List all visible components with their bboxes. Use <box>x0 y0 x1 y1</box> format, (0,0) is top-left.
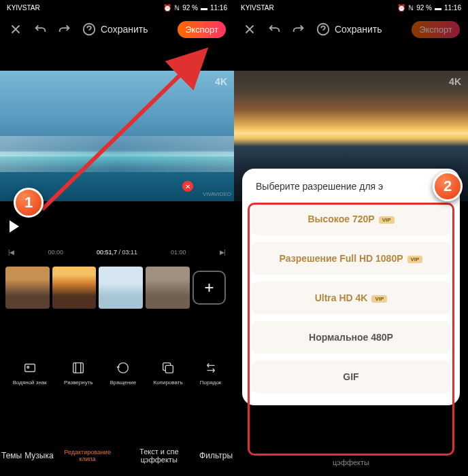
tool-watermark[interactable]: Водяной знак <box>13 360 47 386</box>
tab-music[interactable]: Музыка <box>23 448 54 463</box>
svg-rect-1 <box>24 364 35 372</box>
svg-rect-3 <box>73 363 84 373</box>
close-icon[interactable] <box>242 22 257 37</box>
clip-thumbnail[interactable] <box>146 267 190 309</box>
tool-order[interactable]: Порядок <box>200 360 222 386</box>
tool-row: Водяной знак Развернуть Вращение Копиров… <box>0 360 234 386</box>
redo-icon[interactable] <box>57 22 72 37</box>
resolution-gif[interactable]: GIF <box>252 360 450 393</box>
timeline-start: 00:00 <box>48 249 63 256</box>
status-bar: KYIVSTAR ⏰ℕ 92 % ▬ 11:16 <box>234 0 468 15</box>
tool-copy[interactable]: Копировать <box>154 360 183 386</box>
battery-label: 92 % <box>182 4 198 12</box>
tab-edit[interactable]: Редактирование клипа <box>55 446 120 465</box>
export-button[interactable]: Экспорт <box>178 21 226 38</box>
clip-strip[interactable]: + <box>0 265 234 310</box>
resolution-480p[interactable]: Нормальное 480P <box>252 321 450 354</box>
tool-rotate[interactable]: Вращение <box>110 360 137 386</box>
annotation-marker-2: 2 <box>433 171 463 201</box>
timeline-prev-icon[interactable]: |◀ <box>8 249 14 256</box>
alarm-icon: ⏰ <box>163 4 171 12</box>
watermark-label: VIVAVIDEO <box>203 191 231 197</box>
remove-watermark-icon[interactable]: ✕ <box>182 181 193 192</box>
clip-thumbnail[interactable] <box>52 267 97 309</box>
resolution-720p[interactable]: Высокое 720PVIP <box>252 203 450 235</box>
timeline-next-icon[interactable]: ▶| <box>220 249 226 256</box>
close-icon[interactable] <box>8 22 23 37</box>
add-clip-button[interactable]: + <box>193 271 226 305</box>
nfc-icon: ℕ <box>174 4 180 12</box>
clip-thumbnail[interactable] <box>5 267 50 309</box>
tool-expand[interactable]: Развернуть <box>64 360 93 386</box>
battery-icon: ▬ <box>201 4 207 12</box>
undo-icon[interactable] <box>267 22 282 37</box>
redo-icon[interactable] <box>291 22 306 37</box>
badge-4k: 4K <box>449 76 461 87</box>
clip-thumbnail[interactable] <box>99 267 143 309</box>
export-button[interactable]: Экспорт <box>412 21 460 38</box>
resolution-4k[interactable]: Ultra HD 4KVIP <box>252 282 450 314</box>
save-button[interactable]: Сохранить <box>335 24 382 35</box>
screenshot-right: KYIVSTAR ⏰ℕ 92 % ▬ 11:16 Сохранить Экспо… <box>234 0 468 476</box>
top-bar: Сохранить Экспорт <box>0 15 234 44</box>
save-button[interactable]: Сохранить <box>101 24 148 35</box>
video-preview[interactable]: 4K ✕ VIVAVIDEO <box>0 71 234 201</box>
tab-filters[interactable]: Фильтры <box>198 448 234 463</box>
screenshot-left: KYIVSTAR ⏰ ℕ 92 % ▬ 11:16 Сохранить Эксп… <box>0 0 234 476</box>
resolution-1080p[interactable]: Разрешение Full HD 1080PVIP <box>252 242 450 275</box>
svg-rect-4 <box>165 365 173 373</box>
help-icon[interactable] <box>82 22 97 37</box>
tab-text-effects[interactable]: Текст и спе цэффекты <box>120 445 199 466</box>
badge-4k: 4K <box>215 76 227 87</box>
timeline[interactable]: |◀ 00:00 00:51,7 / 03:11 01:00 ▶| <box>0 243 234 261</box>
help-icon[interactable] <box>316 22 331 37</box>
carrier-label: KYIVSTAR <box>7 4 40 12</box>
timeline-current: 00:51,7 / 03:11 <box>97 249 137 256</box>
play-icon[interactable] <box>10 220 19 233</box>
undo-icon[interactable] <box>33 22 48 37</box>
timeline-end: 01:00 <box>171 249 186 256</box>
top-bar: Сохранить Экспорт <box>234 15 468 44</box>
bottom-tabs: Темы Музыка Редактирование клипа Текст и… <box>0 445 234 466</box>
tab-themes[interactable]: Темы <box>0 448 23 463</box>
annotation-marker-1: 1 <box>14 188 44 218</box>
svg-point-2 <box>27 367 29 369</box>
status-bar: KYIVSTAR ⏰ ℕ 92 % ▬ 11:16 <box>0 0 234 15</box>
modal-title: Выберите разрешение для э <box>252 181 450 192</box>
time-label: 11:16 <box>210 4 227 12</box>
tab-effects-label: цэффекты <box>234 458 468 466</box>
resolution-modal: Выберите разрешение для э Высокое 720PVI… <box>242 169 460 405</box>
